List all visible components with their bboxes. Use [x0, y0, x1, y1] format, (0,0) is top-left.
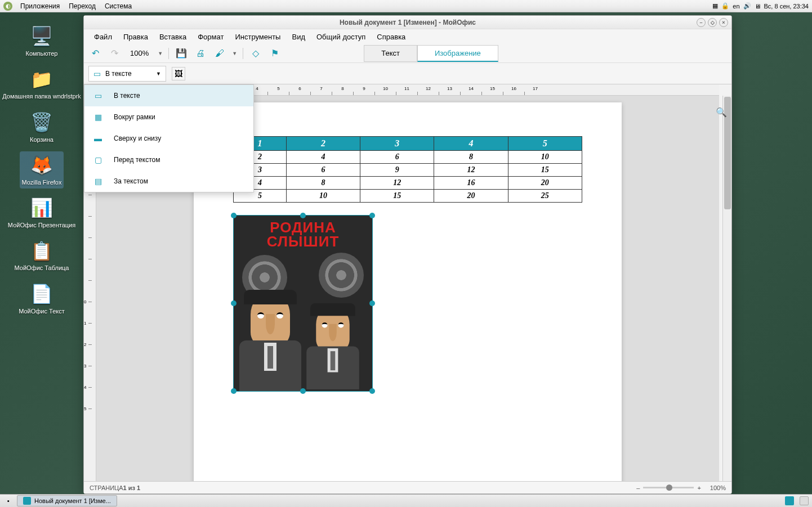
paint-format-button[interactable]: 🖌 [213, 47, 226, 60]
table-row[interactable]: 3691215 [234, 164, 582, 177]
taskbar-tray-icon-2[interactable] [800, 496, 809, 505]
table-header[interactable]: 3 [360, 137, 434, 151]
desktop-icon-label: МойОфис Презентация [8, 221, 75, 229]
wrap-option[interactable]: ▤За текстом [84, 171, 253, 192]
table-cell[interactable]: 12 [434, 164, 508, 177]
tray-icon[interactable]: ▦ [712, 2, 718, 10]
volume-icon[interactable]: 🔊 [743, 2, 751, 10]
desktop-icon-label: Корзина [30, 136, 53, 143]
window-titlebar[interactable]: Новый документ 1 [Изменен] - МойОфис – ◇… [84, 16, 731, 29]
table-cell[interactable]: 4 [286, 151, 360, 164]
taskbar-tray-icon[interactable] [785, 496, 794, 505]
eraser-button[interactable]: ◇ [249, 47, 262, 60]
table-row[interactable]: 510152025 [234, 190, 582, 203]
resize-handle-ne[interactable] [369, 213, 375, 218]
wrap-option[interactable]: ▬Сверху и снизу [84, 128, 253, 149]
undo-button[interactable]: ↶ [88, 47, 102, 60]
panel-menu-apps[interactable]: Приложения [16, 2, 64, 10]
table-cell[interactable]: 15 [360, 190, 434, 203]
menu-Файл[interactable]: Файл [88, 33, 118, 41]
desktop-icon-1[interactable]: 📁Домашняя папка wndrlstprk [0, 65, 83, 102]
flag-button[interactable]: ⚑ [268, 47, 282, 60]
table-header[interactable]: 4 [434, 137, 508, 151]
save-button[interactable]: 💾 [175, 47, 188, 60]
vertical-scrollbar[interactable] [722, 96, 731, 481]
zoom-in-button[interactable]: + [694, 484, 704, 491]
wrap-option[interactable]: ▢Перед текстом [84, 149, 253, 171]
os-logo-icon[interactable]: ◐ [3, 2, 12, 11]
zoom-slider[interactable] [643, 487, 694, 488]
resize-handle-nw[interactable] [231, 213, 237, 218]
resize-handle-n[interactable] [300, 213, 306, 218]
menu-Формат[interactable]: Формат [192, 33, 229, 41]
wrap-option[interactable]: ▭В тексте [84, 85, 253, 106]
wrap-option-label: Вокруг рамки [114, 113, 155, 121]
tab-image[interactable]: Изображение [417, 45, 498, 62]
zoom-slider-knob[interactable] [666, 484, 672, 491]
table-cell[interactable]: 12 [360, 177, 434, 190]
table-row[interactable]: 246810 [234, 151, 582, 164]
desktop-icon-5[interactable]: 📋МойОфис Таблица [12, 237, 72, 274]
panel-menu-places[interactable]: Переход [64, 2, 100, 10]
desktop-icon-2[interactable]: 🗑️Корзина [25, 109, 58, 146]
menu-Вставка[interactable]: Вставка [154, 33, 192, 41]
menubar: ФайлПравкаВставкаФорматИнструментыВидОбщ… [84, 29, 731, 44]
resize-handle-se[interactable] [369, 388, 375, 394]
table-cell[interactable]: 16 [434, 177, 508, 190]
show-desktop-button[interactable]: ▪ [3, 497, 14, 504]
panel-menu-system[interactable]: Система [100, 2, 136, 10]
tab-text[interactable]: Текст [364, 45, 417, 62]
maximize-button[interactable]: ◇ [708, 18, 717, 27]
table-cell[interactable]: 10 [286, 190, 360, 203]
menu-Правка[interactable]: Правка [118, 33, 154, 41]
table-cell[interactable]: 25 [508, 190, 582, 203]
magnifier-icon[interactable]: 🔍 [716, 107, 727, 118]
print-button[interactable]: 🖨 [194, 47, 207, 60]
minimize-button[interactable]: – [697, 18, 706, 27]
display-icon[interactable]: 🖥 [755, 3, 761, 10]
lock-icon[interactable]: 🔒 [721, 2, 729, 10]
resize-handle-w[interactable] [231, 300, 237, 306]
table-cell[interactable]: 6 [286, 164, 360, 177]
wrap-option-icon: ▬ [92, 134, 104, 143]
desktop-icon-3[interactable]: 🦊Mozilla Firefox [20, 151, 64, 189]
resize-handle-e[interactable] [369, 300, 375, 306]
menu-Справка[interactable]: Справка [371, 33, 411, 41]
document-page[interactable]: 12345 246810369121548121620510152025 РОД… [194, 102, 622, 481]
table-cell[interactable]: 6 [360, 151, 434, 164]
menu-Вид[interactable]: Вид [286, 33, 311, 41]
desktop-icon-0[interactable]: 🖥️Компьютер [24, 23, 60, 60]
close-button[interactable]: × [719, 18, 728, 27]
taskbar-task[interactable]: Новый документ 1 [Изме... [17, 495, 117, 506]
inserted-image[interactable]: РОДИНА СЛЫШИТ [233, 215, 373, 392]
text-wrap-dropdown[interactable]: ▭ В тексте ▼ [88, 66, 166, 82]
system-tray: ▦ 🔒 en 🔊 🖥 Вс, 8 сен, 23:34 [712, 2, 809, 10]
table-header[interactable]: 2 [286, 137, 360, 151]
image-tool-button[interactable]: 🖼 [172, 67, 185, 80]
zoom-level[interactable]: 100% [127, 49, 152, 57]
table-cell[interactable]: 20 [508, 177, 582, 190]
table-cell[interactable]: 15 [508, 164, 582, 177]
document-table[interactable]: 12345 246810369121548121620510152025 [233, 136, 582, 203]
wrap-option-label: Перед текстом [114, 156, 160, 164]
table-cell[interactable]: 20 [434, 190, 508, 203]
clock[interactable]: Вс, 8 сен, 23:34 [764, 3, 809, 10]
menu-Инструменты[interactable]: Инструменты [229, 33, 286, 41]
table-header[interactable]: 5 [508, 137, 582, 151]
desktop-icon-6[interactable]: 📄МойОфис Текст [16, 280, 67, 317]
resize-handle-s[interactable] [300, 388, 306, 394]
zoom-out-button[interactable]: – [633, 484, 643, 491]
table-row[interactable]: 48121620 [234, 177, 582, 190]
table-cell[interactable]: 8 [286, 177, 360, 190]
resize-handle-sw[interactable] [231, 388, 237, 394]
language-indicator[interactable]: en [733, 3, 739, 10]
desktop-icon-glyph: 📁 [28, 68, 56, 91]
table-cell[interactable]: 9 [360, 164, 434, 177]
table-cell[interactable]: 10 [508, 151, 582, 164]
table-cell[interactable]: 8 [434, 151, 508, 164]
desktop-icon-4[interactable]: 📊МойОфис Презентация [6, 194, 78, 231]
wrap-option[interactable]: ▦Вокруг рамки [84, 106, 253, 128]
redo-button[interactable]: ↷ [108, 47, 121, 60]
menu-Общий доступ[interactable]: Общий доступ [311, 33, 371, 41]
desktop-icon-glyph: 📄 [28, 282, 56, 306]
